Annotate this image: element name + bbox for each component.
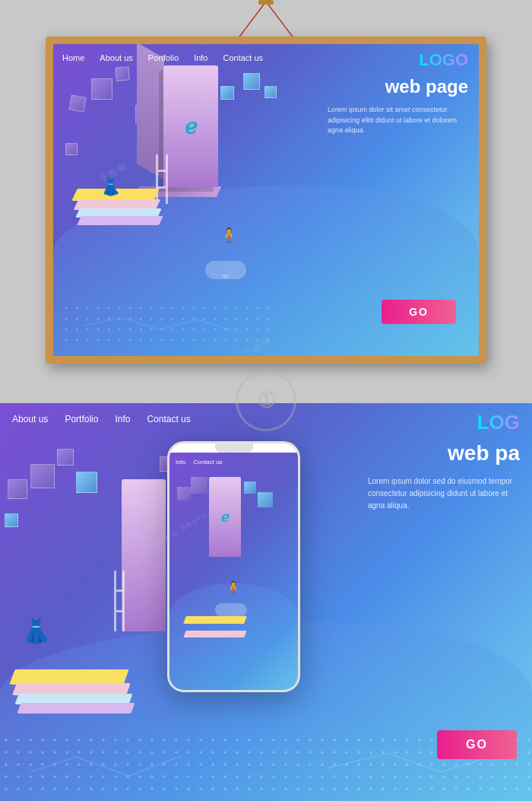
frame-body-text: Lorem ipsum dolor sit amet consectetur a…	[328, 105, 468, 136]
nav-item-about[interactable]: About us	[100, 53, 132, 62]
frame-go-button[interactable]: GO	[382, 300, 456, 324]
bottom-heading: web pa	[448, 441, 520, 466]
bottom-girl-figure: 👗	[21, 616, 52, 645]
phone-cube-3	[244, 482, 256, 494]
frame-area: Home About us Portfolio Info Contact us …	[0, 0, 532, 403]
bottom-ladder	[114, 571, 125, 631]
bottom-nav-portfolio[interactable]: Portfolio	[65, 414, 98, 424]
big-screen-panel	[163, 65, 218, 187]
phone-notch	[215, 443, 253, 453]
bottom-big-screen	[122, 479, 166, 631]
phone-nav-info: Info	[176, 459, 185, 466]
platform-4	[77, 216, 163, 225]
phone-screen-panel	[209, 477, 241, 557]
nav-item-info[interactable]: Info	[194, 53, 207, 62]
bottom-nav: About us Portfolio Info Contact us	[12, 414, 191, 424]
nav-item-home[interactable]: Home	[62, 53, 84, 62]
cube-5	[65, 143, 78, 155]
cube-3	[115, 66, 130, 81]
bottom-cube-1	[8, 479, 27, 499]
bottom-cube-2	[30, 464, 55, 488]
phone-screen: Info Contact us 🧍	[169, 453, 298, 690]
wood-frame: Home About us Portfolio Info Contact us …	[46, 37, 486, 364]
bottom-go-button[interactable]: GO	[437, 730, 517, 759]
phone-nav: Info Contact us	[176, 459, 223, 466]
bottom-nav-contact[interactable]: Contact us	[147, 414, 190, 424]
svg-rect-4	[61, 303, 274, 348]
bottom-section: About us Portfolio Info Contact us LOG w…	[0, 403, 532, 801]
bottom-cube-3	[57, 449, 74, 466]
phone-mockup: Info Contact us 🧍	[167, 441, 300, 692]
figure-boy: 🧍	[220, 227, 237, 243]
cube-1	[68, 94, 86, 112]
frame-logo: LOGO	[419, 50, 468, 70]
bottom-platform-1	[9, 669, 128, 685]
cube-7	[243, 73, 260, 90]
bottom-nav-info[interactable]: Info	[115, 414, 130, 424]
phone-platform-1	[183, 616, 247, 624]
bottom-cube-4	[76, 472, 97, 493]
bottom-cube-5	[5, 513, 18, 527]
phone-cube-4	[258, 492, 273, 507]
bottom-nav-about[interactable]: About us	[12, 414, 48, 424]
speech-bubble	[205, 261, 246, 279]
phone-cube-2	[191, 477, 207, 494]
cube-8	[264, 86, 277, 98]
svg-rect-2	[258, 0, 274, 5]
bottom-body-text: Lorem ipsum dolor sed do eiusmod tempor …	[368, 475, 520, 512]
figure-girl: 👗	[100, 177, 121, 197]
frame-nav: Home About us Portfolio Info Contact us	[62, 53, 263, 62]
cube-6	[220, 86, 234, 100]
phone-speech-bubble	[215, 603, 247, 617]
frame-heading: web page	[385, 76, 468, 97]
nav-item-portfolio[interactable]: Portfolio	[148, 53, 179, 62]
frame-canvas: Home About us Portfolio Info Contact us …	[53, 44, 479, 356]
phone-cube-1	[177, 487, 191, 501]
phone-nav-contact: Contact us	[193, 459, 222, 466]
cube-2	[91, 78, 112, 100]
dot-grid	[61, 303, 274, 348]
bottom-platform-4	[17, 703, 135, 714]
phone-boy-figure: 🧍	[226, 580, 241, 595]
nav-item-contact[interactable]: Contact us	[223, 53, 263, 62]
bottom-logo: LOG	[477, 411, 520, 434]
ladder	[156, 154, 168, 204]
phone-platform-2	[183, 631, 246, 637]
